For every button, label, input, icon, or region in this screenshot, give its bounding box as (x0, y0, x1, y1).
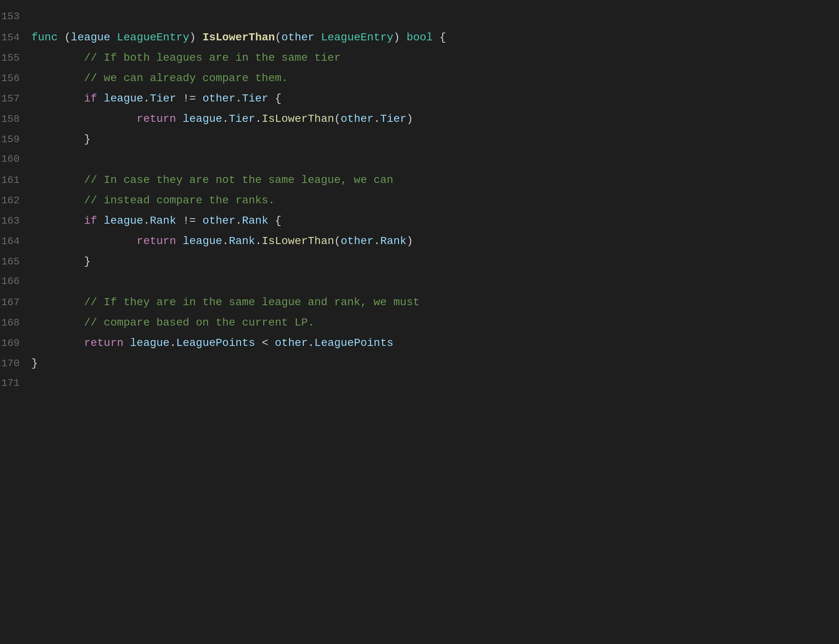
code-block: 153 154 func (league LeagueEntry) IsLowe… (0, 8, 839, 395)
line-num-158: 158 (0, 111, 31, 128)
code-content-168: // compare based on the current LP. (31, 314, 839, 332)
code-content-164: return league.Rank.IsLowerThan(other.Ran… (31, 233, 839, 250)
code-content-155: // If both leagues are in the same tier (31, 49, 839, 67)
line-num-153: 153 (0, 9, 31, 25)
code-content-165: } (31, 253, 839, 271)
code-content-163: if league.Rank != other.Rank { (31, 212, 839, 230)
code-line-168: 168 // compare based on the current LP. (0, 313, 839, 334)
line-num-168: 168 (0, 315, 31, 331)
code-content-154: func (league LeagueEntry) IsLowerThan(ot… (31, 29, 839, 47)
line-num-156: 156 (0, 71, 31, 87)
line-num-169: 169 (0, 335, 31, 352)
code-line-161: 161 // In case they are not the same lea… (0, 171, 839, 191)
code-line-169: 169 return league.LeaguePoints < other.L… (0, 334, 839, 354)
line-num-165: 165 (0, 254, 31, 270)
code-line-170: 170 } (0, 354, 839, 374)
code-line-159: 159 } (0, 130, 839, 150)
code-line-155: 155 // If both leagues are in the same t… (0, 49, 839, 69)
line-num-170: 170 (0, 356, 31, 372)
code-line-167: 167 // If they are in the same league an… (0, 293, 839, 313)
line-num-154: 154 (0, 30, 31, 46)
code-line-153: 153 (0, 8, 839, 28)
line-num-166: 166 (0, 273, 31, 290)
code-content-158: return league.Tier.IsLowerThan(other.Tie… (31, 110, 839, 128)
line-num-171: 171 (0, 375, 31, 392)
code-line-166: 166 (0, 273, 839, 293)
code-content-157: if league.Tier != other.Tier { (31, 90, 839, 108)
code-line-165: 165 } (0, 252, 839, 273)
line-num-159: 159 (0, 132, 31, 148)
line-num-167: 167 (0, 295, 31, 311)
line-num-163: 163 (0, 213, 31, 230)
line-num-161: 161 (0, 172, 31, 189)
code-content-162: // instead compare the ranks. (31, 192, 839, 210)
line-num-160: 160 (0, 151, 31, 168)
code-line-156: 156 // we can already compare them. (0, 69, 839, 89)
line-num-157: 157 (0, 91, 31, 107)
line-num-162: 162 (0, 193, 31, 209)
code-line-171: 171 (0, 374, 839, 395)
code-line-158: 158 return league.Tier.IsLowerThan(other… (0, 110, 839, 130)
code-content-170: } (31, 355, 839, 373)
code-line-164: 164 return league.Rank.IsLowerThan(other… (0, 232, 839, 252)
code-content-167: // If they are in the same league and ra… (31, 294, 839, 311)
code-content-169: return league.LeaguePoints < other.Leagu… (31, 335, 839, 352)
code-line-154: 154 func (league LeagueEntry) IsLowerTha… (0, 28, 839, 49)
code-line-162: 162 // instead compare the ranks. (0, 191, 839, 212)
code-line-163: 163 if league.Rank != other.Rank { (0, 212, 839, 232)
code-line-157: 157 if league.Tier != other.Tier { (0, 89, 839, 110)
code-content-156: // we can already compare them. (31, 70, 839, 87)
code-content-161: // In case they are not the same league,… (31, 172, 839, 189)
code-content-159: } (31, 131, 839, 148)
line-num-155: 155 (0, 50, 31, 67)
code-line-160: 160 (0, 150, 839, 171)
line-num-164: 164 (0, 233, 31, 250)
